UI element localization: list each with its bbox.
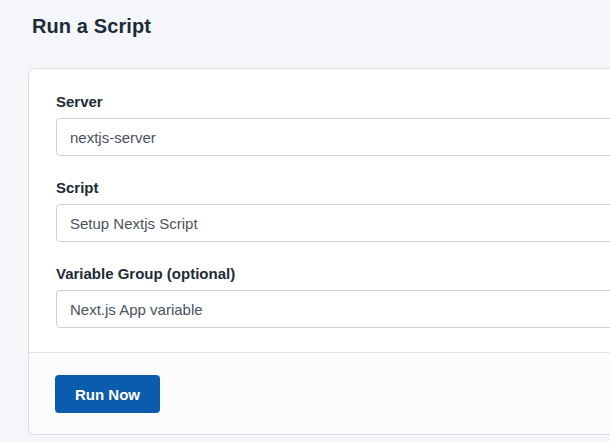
card-footer: Run Now xyxy=(29,352,610,434)
card-body: Server Script Variable Group (optional) xyxy=(29,69,610,328)
script-field-group: Script xyxy=(56,179,610,242)
variable-group-input[interactable] xyxy=(56,290,610,328)
script-input[interactable] xyxy=(56,204,610,242)
script-label: Script xyxy=(56,179,610,196)
variable-group-label: Variable Group (optional) xyxy=(56,265,610,282)
server-input[interactable] xyxy=(56,118,610,156)
page-title: Run a Script xyxy=(32,15,151,38)
server-field-group: Server xyxy=(56,93,610,156)
variable-group-field-group: Variable Group (optional) xyxy=(56,265,610,328)
run-script-card: Server Script Variable Group (optional) … xyxy=(28,68,610,435)
server-label: Server xyxy=(56,93,610,110)
run-now-button[interactable]: Run Now xyxy=(55,375,160,413)
